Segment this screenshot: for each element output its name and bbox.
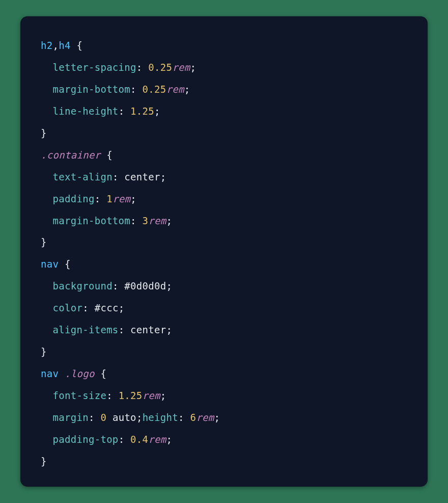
token-num: 0 (100, 412, 106, 423)
token-tag: nav (41, 258, 59, 270)
token-prop: margin (52, 412, 88, 423)
token-punc: : (113, 171, 124, 182)
token-num: 1 (106, 193, 113, 204)
token-num: 1.25 (130, 105, 154, 117)
token-prop: font-size (52, 390, 106, 401)
token-punc: ; (130, 193, 136, 204)
token-punc: : (119, 434, 130, 445)
token-punc: : (89, 412, 100, 423)
token-punc: ; (154, 105, 160, 117)
token-class: .logo (65, 368, 95, 379)
token-punc: } (41, 456, 47, 467)
token-prop: padding (52, 193, 94, 204)
token-prop: padding-top (52, 434, 118, 445)
token-tag: h2 (41, 40, 52, 51)
token-prop: height (143, 412, 178, 423)
token-punc: { (95, 368, 106, 379)
token-num: 0.4 (130, 434, 148, 445)
code-block: h2,h4 { letter-spacing: 0.25rem; margin-… (20, 16, 428, 487)
token-num: 6 (190, 412, 197, 423)
token-kw: center (130, 324, 166, 335)
token-punc: ; (166, 324, 173, 335)
token-unit: rem (148, 215, 166, 226)
token-unit: rem (143, 390, 160, 401)
token-punc: : (130, 84, 142, 95)
token-punc: : (106, 390, 118, 401)
token-num: 0.25 (148, 62, 172, 73)
token-hex: #ccc (95, 302, 119, 313)
token-tag: h4 (59, 40, 70, 51)
token-punc: ; (160, 171, 166, 182)
token-punc: { (71, 40, 82, 51)
token-unit: rem (113, 193, 130, 204)
token-punc: ; (166, 434, 173, 445)
token-punc: } (41, 346, 47, 357)
token-hex: #0d0d0d (124, 280, 166, 292)
token-punc: ; (190, 62, 197, 73)
token-unit: rem (148, 434, 166, 445)
token-punc: : (119, 105, 130, 117)
token-unit: rem (196, 412, 214, 423)
token-punc: ; (160, 390, 166, 401)
token-prop: letter-spacing (52, 62, 136, 73)
token-punc: : (136, 62, 148, 73)
token-punc (59, 368, 65, 379)
token-prop: margin-bottom (52, 84, 130, 95)
token-prop: color (52, 302, 82, 313)
token-prop: margin-bottom (52, 215, 130, 226)
token-unit: rem (172, 62, 190, 73)
token-punc: ; (214, 412, 220, 423)
token-num: 3 (143, 215, 149, 226)
token-punc: { (59, 258, 70, 270)
token-punc: ; (166, 280, 173, 292)
css-source[interactable]: h2,h4 { letter-spacing: 0.25rem; margin-… (41, 35, 407, 472)
token-unit: rem (166, 84, 184, 95)
token-punc: ; (166, 215, 173, 226)
token-class: .container (41, 149, 100, 161)
token-punc: , (52, 40, 59, 51)
token-kw: center (124, 171, 160, 182)
token-punc: : (119, 324, 130, 335)
token-punc: ; (136, 412, 143, 423)
token-tag: nav (41, 368, 59, 379)
token-punc: } (41, 127, 47, 139)
token-punc: ; (119, 302, 125, 313)
token-kw: auto (113, 412, 136, 423)
token-punc: : (113, 280, 124, 292)
token-prop: background (52, 280, 112, 292)
token-punc: : (130, 215, 142, 226)
token-prop: align-items (52, 324, 118, 335)
token-punc: { (100, 149, 112, 161)
token-prop: text-align (52, 171, 112, 182)
token-punc: : (82, 302, 94, 313)
token-prop: line-height (52, 105, 118, 117)
token-punc (106, 412, 113, 423)
token-punc: : (95, 193, 106, 204)
token-punc: : (178, 412, 190, 423)
token-punc: } (41, 236, 47, 248)
token-num: 1.25 (119, 390, 143, 401)
token-num: 0.25 (143, 84, 166, 95)
token-punc: ; (184, 84, 190, 95)
